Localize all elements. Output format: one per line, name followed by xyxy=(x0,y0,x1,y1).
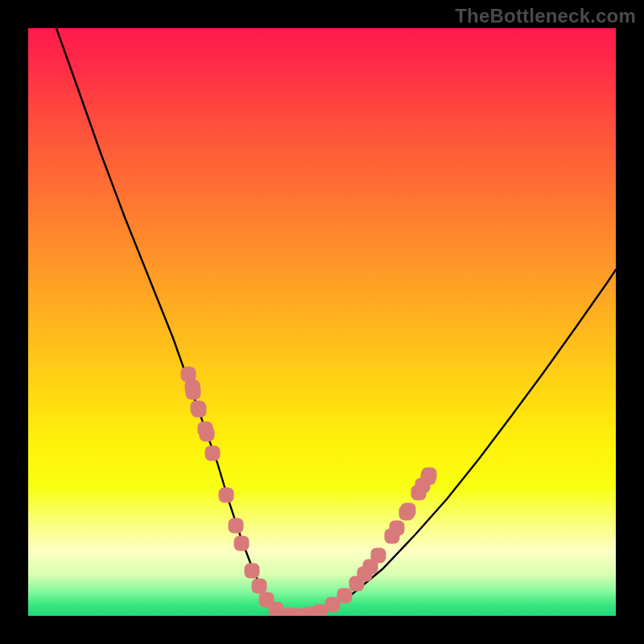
curve-marker xyxy=(186,385,201,400)
curve-marker xyxy=(234,536,250,551)
curve-marker xyxy=(245,564,260,579)
curve-marker xyxy=(192,402,207,418)
curve-marker xyxy=(219,488,234,503)
curve-marker xyxy=(422,468,437,483)
watermark-text: TheBottleneck.com xyxy=(455,5,636,27)
curve-marker xyxy=(205,446,221,461)
curve-marker xyxy=(269,602,284,617)
chart-frame: TheBottleneck.com xyxy=(0,0,644,644)
curve-marker xyxy=(229,518,244,534)
curve-marker xyxy=(252,579,267,594)
bottleneck-curve xyxy=(56,28,616,616)
curve-marker xyxy=(337,588,353,604)
curve-marker xyxy=(371,548,386,564)
plot-area xyxy=(28,28,616,616)
curve-marker xyxy=(200,427,215,442)
curve-svg xyxy=(28,28,616,616)
curve-marker xyxy=(390,521,405,536)
curve-marker xyxy=(401,503,416,518)
marker-group xyxy=(181,367,437,617)
